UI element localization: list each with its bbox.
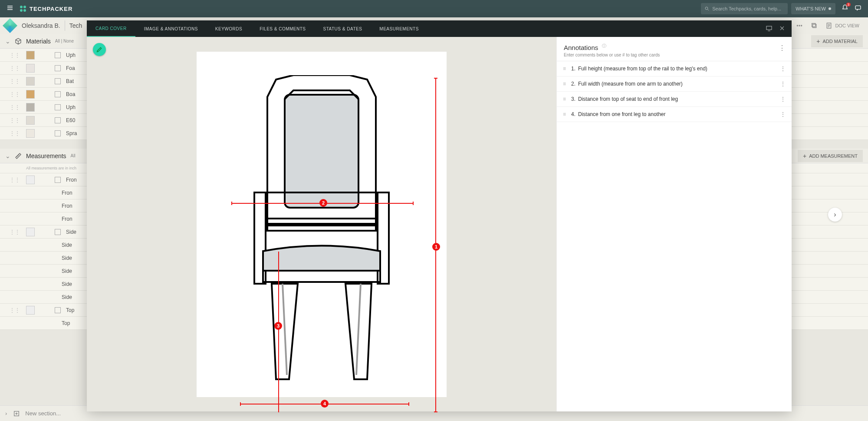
annotation-number: 4. [571,111,575,117]
dimension-marker-1[interactable]: 1 [432,243,440,251]
drag-handle-icon[interactable]: ⋮⋮ [10,307,20,313]
drag-handle-icon[interactable]: ⋮⋮ [10,130,20,136]
drag-handle-icon[interactable]: ⋮⋮ [10,52,20,58]
close-modal-button[interactable] [779,25,786,33]
dimension-marker-2[interactable]: 2 [319,199,327,207]
copy-icon[interactable] [811,22,818,29]
drag-handle-icon[interactable]: ⋮⋮ [10,91,20,97]
dimension-marker-4[interactable]: 4 [321,400,329,408]
drag-handle-icon[interactable]: ⋮⋮ [10,65,20,71]
material-checkbox[interactable] [55,65,61,71]
measurement-checkbox[interactable] [55,177,61,183]
tab-image-annotations[interactable]: IMAGE & ANNOTATIONS [135,20,207,37]
annotation-number: 3. [571,96,575,102]
drag-handle-icon[interactable]: ≡ [563,81,566,87]
annotation-text: Full height (measure from top of the rai… [578,66,707,72]
drag-handle-icon[interactable]: ≡ [563,66,566,72]
edit-image-button[interactable] [93,43,106,56]
material-label: Spra [66,130,77,136]
annotation-item[interactable]: ≡2.Full width (measure from one arm to a… [557,76,792,92]
info-icon[interactable]: ⓘ [602,43,606,48]
tab-measurements[interactable]: MEASUREMENTS [371,20,427,37]
tab-card-cover[interactable]: CARD COVER [87,20,135,37]
material-checkbox[interactable] [55,52,61,58]
drag-handle-icon[interactable]: ⋮⋮ [10,177,20,183]
annotations-more-icon[interactable]: ⋮ [779,44,786,52]
brand-name: TECHPACKER [30,6,72,12]
add-measurement-button[interactable]: +ADD MEASUREMENT [798,150,863,162]
annotation-more-icon[interactable]: ⋮ [780,111,786,117]
scroll-right-button[interactable]: › [828,208,842,222]
material-thumb [26,129,35,138]
drag-handle-icon[interactable]: ⋮⋮ [10,78,20,84]
svg-rect-1 [855,6,861,9]
breadcrumb-project[interactable]: Tech [69,22,82,29]
material-checkbox[interactable] [55,91,61,97]
annotation-more-icon[interactable]: ⋮ [780,66,786,72]
brand-logo[interactable]: TECHPACKER [20,6,72,12]
annotation-item[interactable]: ≡4.Distance from one front leg to anothe… [557,107,792,122]
annotation-more-icon[interactable]: ⋮ [780,81,786,87]
annotation-text: Distance from one front leg to another [578,111,665,117]
measurement-checkbox[interactable] [55,307,61,313]
measurement-checkbox[interactable] [55,229,61,235]
ruler-icon [15,152,22,159]
drag-handle-icon[interactable]: ⋮⋮ [10,104,20,110]
drag-handle-icon[interactable]: ⋮⋮ [10,117,20,123]
project-gem-icon[interactable] [3,18,17,33]
canvas-area: 1 2 3 4 [87,37,556,411]
annotations-subtitle: Enter comments below or use # to tag oth… [564,53,785,57]
hamburger-menu-icon[interactable] [7,4,13,13]
search-input[interactable]: Search Techpacks, cards, help... [701,3,788,14]
tab-keywords[interactable]: KEYWORDS [207,20,251,37]
section-add-icon [13,410,20,417]
dimension-marker-3[interactable]: 3 [274,322,282,330]
measurement-label: Side [62,294,72,300]
drag-handle-icon[interactable]: ≡ [563,96,566,102]
drag-handle-icon[interactable]: ⋮⋮ [10,229,20,235]
chair-drawing [228,75,415,388]
drag-handle-icon[interactable]: ≡ [563,111,566,117]
material-checkbox[interactable] [55,130,61,136]
annotations-panel: Annotations ⓘ Enter comments below or us… [556,37,792,411]
chevron-right-icon: › [5,410,7,417]
add-material-button[interactable]: +ADD MATERIAL [811,35,863,47]
help-button[interactable] [855,4,861,13]
doc-view-button[interactable]: DOC VIEW [825,22,859,29]
app-header: TECHPACKER Search Techpacks, cards, help… [0,0,868,17]
annotation-item[interactable]: ≡1.Full height (measure from top of the … [557,61,792,76]
measurement-label: Fron [66,177,77,183]
collapse-icon[interactable]: ⌄ [5,152,10,159]
annotation-number: 2. [571,81,575,87]
svg-point-4 [801,25,802,26]
measurements-filter[interactable]: All [71,153,76,158]
svg-rect-9 [766,26,772,30]
whats-new-button[interactable]: WHAT'S NEW [791,3,835,14]
notifications-button[interactable]: 3 [842,4,848,13]
svg-rect-5 [813,24,816,28]
cube-icon [15,38,22,45]
whats-new-dot-icon [829,7,831,10]
modal-tabs: CARD COVER IMAGE & ANNOTATIONS KEYWORDS … [87,20,792,37]
search-icon [704,6,710,11]
svg-point-0 [705,7,708,10]
svg-point-3 [799,25,800,26]
tab-files-comments[interactable]: FILES & COMMENTS [251,20,314,37]
material-checkbox[interactable] [55,117,61,123]
tab-status-dates[interactable]: STATUS & DATES [315,20,371,37]
material-checkbox[interactable] [55,78,61,84]
material-thumb [26,116,35,125]
annotation-number: 1. [571,66,575,72]
image-canvas[interactable]: 1 2 3 4 [197,52,447,397]
collapse-icon[interactable]: ⌄ [5,38,10,45]
breadcrumb-user[interactable]: Oleksandra B. [22,22,60,29]
measurement-label: Top [62,320,70,326]
annotation-item[interactable]: ≡3.Distance from top of seat to end of f… [557,92,792,107]
annotation-more-icon[interactable]: ⋮ [780,96,786,102]
materials-filter[interactable]: All | None [55,39,74,43]
display-mode-icon[interactable] [766,25,773,33]
more-icon[interactable] [796,22,803,29]
material-checkbox[interactable] [55,104,61,110]
material-thumb [26,77,35,86]
svg-rect-12 [267,225,376,231]
